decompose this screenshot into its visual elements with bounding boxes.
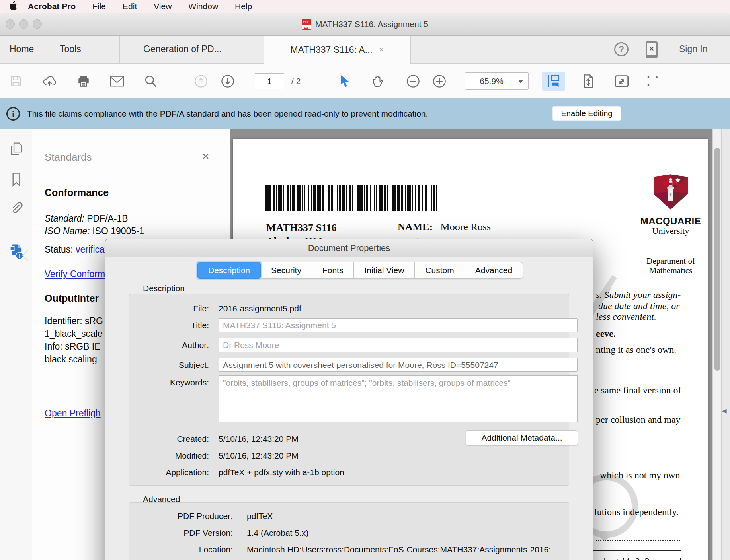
menu-item-help[interactable]: Help [235, 2, 252, 11]
fit-page-icon[interactable] [580, 73, 596, 89]
macquarie-shield-icon [654, 174, 688, 216]
fullscreen-icon[interactable] [614, 73, 630, 89]
previous-page-icon[interactable] [193, 73, 209, 89]
next-page-icon[interactable] [220, 73, 236, 89]
dialog-title: Document Properties [105, 239, 593, 257]
tab-description[interactable]: Description [197, 262, 261, 279]
department-line-2: Mathematics [635, 266, 707, 276]
dialog-tabs: Description Security Fonts Initial View … [197, 262, 523, 279]
help-icon[interactable]: ? [614, 42, 629, 56]
standards-panel-icon[interactable]: i [9, 243, 24, 259]
location-label: Location: [129, 545, 233, 554]
identifier-line-1: Identifier: sRG [45, 316, 103, 327]
email-icon[interactable] [109, 73, 125, 89]
doc-tab-active[interactable]: MATH337 S116: A... × [264, 36, 411, 64]
attachments-icon[interactable] [9, 201, 24, 216]
advanced-groupbox: PDF Producer: pdfTeX PDF Version: 1.4 (A… [129, 502, 569, 560]
pdf-text-fragment: due date and time, or [598, 301, 680, 311]
pdf-text-fragment: less convenient. [596, 311, 656, 322]
page-thumbnails-icon[interactable] [9, 142, 24, 157]
file-value: 2016-assignment5.pdf [219, 304, 301, 313]
subject-input[interactable] [219, 358, 578, 372]
apple-icon[interactable] [9, 1, 18, 11]
standard-label: Standard: [45, 213, 84, 224]
window-title-bar: PDF MATH337 S116: Assignment 5 [0, 13, 730, 36]
sign-in-button[interactable]: Sign In [679, 44, 708, 54]
answer-dotted-line [596, 540, 680, 541]
tab-home[interactable]: Home [10, 44, 34, 54]
tab-fonts[interactable]: Fonts [312, 262, 354, 279]
conformance-heading: Conformance [45, 187, 109, 198]
more-tools-icon[interactable]: • • • [647, 73, 663, 89]
verify-conformance-link[interactable]: Verify Conform [45, 269, 105, 280]
menu-item-window[interactable]: Window [188, 2, 218, 11]
pdf-text-fragment: red set {1, 2, 3, . . . , n}, [593, 556, 685, 560]
right-edge-strip [721, 129, 730, 560]
zoom-level-select[interactable]: 65.9% [465, 72, 529, 90]
keywords-input[interactable]: "orbits, stabilisers, groups of matrices… [219, 375, 578, 422]
hand-tool-icon[interactable] [370, 73, 386, 89]
pdf-text-fragment: nting it as one's own. [596, 344, 676, 355]
pdf-file-icon: PDF [302, 19, 311, 30]
scrollbar-thumb[interactable] [714, 148, 720, 371]
open-preflight-link[interactable]: Open Prefligh [45, 408, 101, 419]
vertical-scrollbar[interactable] [712, 129, 721, 560]
traffic-light-minimize[interactable] [19, 19, 28, 29]
toolbar: / 2 65.9% [0, 64, 730, 98]
tab-security[interactable]: Security [261, 262, 312, 279]
zoom-out-icon[interactable] [405, 73, 421, 89]
title-input[interactable] [219, 318, 578, 332]
tab-initial-view[interactable]: Initial View [354, 262, 415, 279]
traffic-light-zoom[interactable] [33, 19, 42, 29]
window-title: MATH337 S116: Assignment 5 [315, 19, 428, 29]
pdf-producer-label: PDF Producer: [129, 511, 233, 521]
page-scrolling-mode-icon[interactable] [542, 72, 565, 91]
created-value: 5/10/16, 12:43:20 PM [219, 434, 299, 444]
menu-app-name[interactable]: Acrobat Pro [28, 2, 76, 11]
zoom-level-value: 65.9% [465, 76, 518, 86]
macquarie-university: University [635, 226, 707, 236]
tab-advanced[interactable]: Advanced [465, 262, 523, 279]
chevron-down-icon [518, 80, 523, 83]
tab-strip: Home Tools Generation of PD... MATH337 S… [0, 36, 730, 64]
navigation-rail: i [0, 129, 32, 560]
select-tool-icon[interactable] [336, 73, 352, 89]
iso-name-value: ISO 19005-1 [92, 226, 144, 236]
tab-tools[interactable]: Tools [60, 44, 81, 54]
student-first-name: Moore [441, 221, 468, 233]
close-panel-icon[interactable]: × [202, 150, 209, 163]
enable-editing-button[interactable]: Enable Editing [552, 106, 621, 121]
zoom-in-icon[interactable] [431, 73, 447, 89]
print-icon[interactable] [76, 73, 92, 89]
search-icon[interactable] [142, 73, 158, 89]
notice-message: This file claims compliance with the PDF… [27, 109, 428, 119]
menu-item-view[interactable]: View [154, 2, 172, 11]
menu-item-edit[interactable]: Edit [123, 2, 137, 11]
mobile-device-icon[interactable]: ✕ [646, 41, 658, 58]
menu-bar: Acrobat Pro File Edit View Window Help [0, 0, 730, 13]
answer-rule [591, 550, 681, 551]
pdf-text-fragment: eeve. [596, 329, 616, 339]
barcode [265, 185, 469, 211]
doc-tab-generation[interactable]: Generation of PD... [143, 44, 222, 54]
standard-value: PDF/A-1B [87, 213, 128, 224]
menu-item-file[interactable]: File [92, 2, 106, 11]
pdf-version-value: 1.4 (Acrobat 5.x) [247, 528, 308, 538]
traffic-light-close[interactable] [6, 19, 15, 29]
watermark-dot [600, 531, 609, 540]
cloud-upload-icon[interactable] [42, 73, 58, 89]
output-intent-heading: OutputInter [45, 293, 99, 304]
file-label: File: [129, 304, 209, 313]
collapse-panel-arrow-icon[interactable]: ◀ [722, 407, 727, 414]
page-number-input[interactable] [255, 73, 284, 89]
bookmarks-icon[interactable] [9, 172, 24, 187]
svg-text:i: i [19, 253, 20, 259]
tab-custom[interactable]: Custom [415, 262, 465, 279]
close-tab-icon[interactable]: × [379, 45, 384, 55]
additional-metadata-button[interactable]: Additional Metadata... [466, 430, 578, 445]
student-last-name: Ross [470, 221, 491, 233]
pdf-text-fragment: s. Submit your assign- [596, 290, 681, 300]
save-icon[interactable] [8, 73, 24, 89]
author-input[interactable] [219, 338, 578, 352]
info-icon: i [6, 107, 20, 121]
